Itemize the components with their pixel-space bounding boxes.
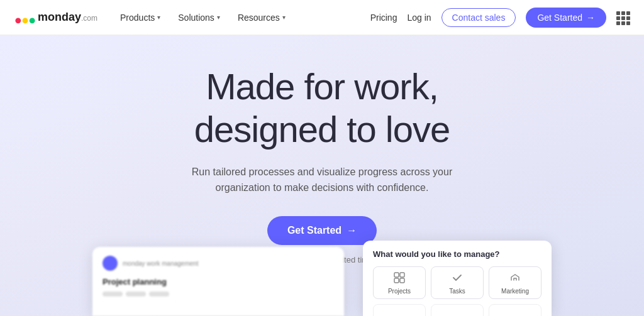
get-started-nav-button[interactable]: Get Started →	[526, 8, 606, 28]
marketing-icon	[508, 271, 522, 285]
contact-sales-button[interactable]: Contact sales	[441, 8, 516, 27]
svg-point-1	[23, 18, 28, 23]
navbar: monday.com Products ▾ Solutions ▾ Resour…	[0, 0, 644, 35]
hero-bottom-previews: monday work management Project planning …	[0, 241, 644, 316]
projects-label: Projects	[388, 288, 411, 295]
manage-item-extra3[interactable]	[489, 304, 541, 316]
projects-icon	[392, 271, 406, 285]
logo[interactable]: monday.com	[15, 11, 97, 24]
manage-item-marketing[interactable]: Marketing	[489, 266, 541, 299]
hero-title: Made for work, designed to love	[194, 65, 450, 151]
app-project-title: Project planning	[103, 277, 334, 286]
apps-grid-icon[interactable]	[616, 11, 629, 24]
manage-item-tasks[interactable]: Tasks	[431, 266, 484, 299]
chevron-down-icon: ▾	[217, 14, 220, 21]
pricing-link[interactable]: Pricing	[370, 13, 397, 23]
logo-wordmark: monday.com	[38, 11, 97, 24]
nav-solutions[interactable]: Solutions ▾	[170, 9, 228, 26]
extra1-icon	[392, 308, 406, 316]
manage-item-extra2[interactable]	[431, 304, 484, 316]
nav-right: Pricing Log in Contact sales Get Started…	[370, 8, 629, 28]
svg-rect-6	[400, 278, 404, 283]
svg-rect-3	[394, 273, 399, 277]
manage-item-extra1[interactable]	[373, 304, 426, 316]
extra3-icon	[508, 308, 522, 316]
svg-point-0	[15, 18, 21, 23]
nav-products[interactable]: Products ▾	[113, 9, 168, 26]
hero-subtitle: Run tailored processes and visualize pro…	[190, 164, 454, 196]
avatar	[103, 256, 118, 271]
svg-rect-5	[394, 278, 399, 283]
app-brand: monday work management	[123, 260, 199, 267]
login-link[interactable]: Log in	[407, 13, 431, 23]
marketing-label: Marketing	[501, 288, 529, 295]
hero-section: Made for work, designed to love Run tail…	[0, 35, 644, 316]
arrow-icon: →	[586, 13, 595, 23]
tasks-icon	[450, 271, 464, 285]
manage-grid: Projects Tasks Marketing	[373, 266, 541, 316]
manage-widget: What would you like to manage? Projects …	[363, 241, 552, 316]
extra2-icon	[450, 308, 464, 316]
manage-item-projects[interactable]: Projects	[373, 266, 426, 299]
arrow-icon: →	[347, 225, 357, 236]
svg-point-2	[30, 18, 35, 23]
svg-rect-4	[400, 273, 404, 277]
chevron-down-icon: ▾	[282, 14, 286, 21]
tasks-label: Tasks	[449, 288, 465, 295]
manage-widget-title: What would you like to manage?	[373, 249, 541, 259]
chevron-down-icon: ▾	[157, 14, 160, 21]
nav-resources[interactable]: Resources ▾	[230, 9, 293, 26]
nav-links: Products ▾ Solutions ▾ Resources ▾	[113, 9, 370, 26]
app-preview-panel: monday work management Project planning	[92, 247, 344, 316]
